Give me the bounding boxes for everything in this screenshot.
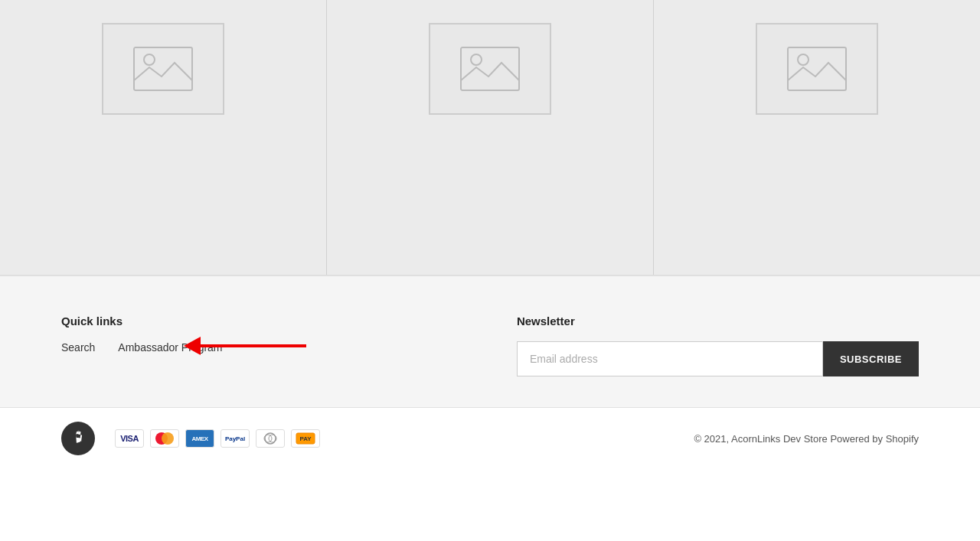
payment-icons: VISA AMEX PayPal PAY — [115, 429, 320, 448]
svg-point-5 — [798, 54, 808, 65]
product-grid — [0, 0, 980, 275]
search-link[interactable]: Search — [61, 341, 95, 354]
image-placeholder-3 — [756, 23, 878, 115]
image-placeholder-1 — [102, 23, 224, 115]
product-cell-1[interactable] — [0, 0, 327, 275]
svg-text:PAY: PAY — [299, 435, 312, 442]
product-cell-3[interactable] — [654, 0, 980, 275]
quick-links-title: Quick links — [61, 314, 223, 328]
bottom-bar: VISA AMEX PayPal PAY — [0, 407, 980, 469]
bottom-left: VISA AMEX PayPal PAY — [61, 422, 320, 455]
svg-point-3 — [471, 54, 482, 65]
svg-point-7 — [162, 432, 174, 445]
generic-payment-icon: PAY — [291, 429, 320, 448]
newsletter-form: SUBSCRIBE — [517, 341, 919, 376]
svg-rect-2 — [461, 47, 519, 90]
arrow-head — [184, 337, 201, 355]
copyright-text: © 2021, AcornLinks Dev Store Powered by … — [694, 433, 919, 445]
svg-rect-4 — [788, 47, 846, 90]
svg-point-1 — [144, 54, 155, 65]
email-input[interactable] — [517, 341, 823, 376]
arrow-line — [199, 344, 306, 347]
image-placeholder-2 — [429, 23, 551, 115]
amex-payment-icon: AMEX — [185, 429, 214, 448]
product-cell-2[interactable] — [327, 0, 654, 275]
footer-newsletter: Newsletter SUBSCRIBE — [517, 314, 919, 376]
footer: Quick links Search Ambassador Program Ne… — [0, 275, 980, 407]
paypal-payment-icon: PayPal — [220, 429, 250, 448]
arrow-annotation — [184, 337, 306, 355]
mastercard-payment-icon — [150, 429, 179, 448]
shopify-badge — [61, 422, 95, 455]
footer-quick-links: Quick links Search Ambassador Program — [61, 314, 223, 354]
visa-payment-icon: VISA — [115, 429, 144, 448]
newsletter-title: Newsletter — [517, 314, 919, 328]
shopify-icon — [69, 429, 87, 448]
footer-links-list: Search Ambassador Program — [61, 341, 223, 354]
subscribe-button[interactable]: SUBSCRIBE — [823, 341, 919, 376]
svg-rect-0 — [134, 47, 192, 90]
diners-payment-icon — [256, 429, 285, 448]
